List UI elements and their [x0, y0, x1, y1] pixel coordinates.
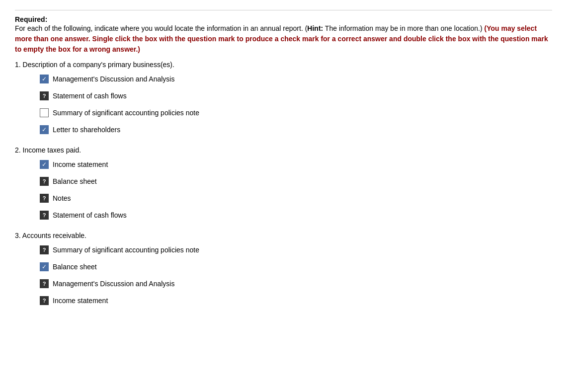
question-1-text: 1. Description of a company's primary bu…: [15, 61, 552, 69]
option-label: Income statement: [53, 160, 108, 168]
checkbox-question[interactable]: ?: [40, 194, 49, 203]
page-container: Required: For each of the following, ind…: [15, 10, 552, 55]
checkbox-question[interactable]: ?: [40, 245, 49, 254]
list-item: ✓Balance sheet: [40, 262, 552, 271]
checkbox-question[interactable]: ?: [40, 91, 49, 100]
checkbox-checked[interactable]: ✓: [40, 125, 49, 134]
questions-container: 1. Description of a company's primary bu…: [15, 61, 552, 305]
question-3: 3. Accounts receivable.?Summary of signi…: [15, 232, 552, 305]
checkbox-question[interactable]: ?: [40, 211, 49, 220]
question-3-text: 3. Accounts receivable.: [15, 232, 552, 239]
option-label: Summary of significant accounting polici…: [53, 109, 199, 117]
option-label: Balance sheet: [53, 263, 97, 271]
list-item: ✓Income statement: [40, 160, 552, 169]
list-item: ?Summary of significant accounting polic…: [40, 245, 552, 254]
checkbox-checked[interactable]: ✓: [40, 160, 49, 169]
checkbox-checked[interactable]: ✓: [40, 262, 49, 271]
option-label: Balance sheet: [53, 177, 97, 185]
question-2: 2. Income taxes paid.✓Income statement?B…: [15, 146, 552, 220]
option-label: Statement of cash flows: [53, 92, 127, 100]
list-item: ?Statement of cash flows: [40, 211, 552, 220]
option-label: Letter to shareholders: [53, 126, 120, 134]
list-item: ?Management's Discussion and Analysis: [40, 279, 552, 288]
checkbox-question[interactable]: ?: [40, 177, 49, 186]
required-label: Required:: [15, 15, 552, 23]
checkbox-question[interactable]: ?: [40, 279, 49, 288]
question-2-text: 2. Income taxes paid.: [15, 146, 552, 154]
list-item: ?Notes: [40, 194, 552, 203]
option-label: Income statement: [53, 297, 108, 305]
list-item: Summary of significant accounting polici…: [40, 108, 552, 117]
question-1-options: ✓Management's Discussion and Analysis?St…: [15, 75, 552, 134]
option-label: Management's Discussion and Analysis: [53, 280, 174, 288]
option-label: Summary of significant accounting polici…: [53, 246, 199, 254]
question-2-options: ✓Income statement?Balance sheet?Notes?St…: [15, 160, 552, 220]
checkbox-empty[interactable]: [40, 108, 49, 117]
checkbox-question[interactable]: ?: [40, 296, 49, 305]
question-3-options: ?Summary of significant accounting polic…: [15, 245, 552, 305]
list-item: ✓Management's Discussion and Analysis: [40, 75, 552, 83]
list-item: ?Balance sheet: [40, 177, 552, 186]
list-item: ✓Letter to shareholders: [40, 125, 552, 134]
list-item: ?Statement of cash flows: [40, 91, 552, 100]
checkbox-checked[interactable]: ✓: [40, 75, 49, 83]
question-1: 1. Description of a company's primary bu…: [15, 61, 552, 134]
list-item: ?Income statement: [40, 296, 552, 305]
option-label: Statement of cash flows: [53, 211, 127, 219]
instructions-text: For each of the following, indicate wher…: [15, 23, 552, 55]
option-label: Management's Discussion and Analysis: [53, 75, 174, 83]
option-label: Notes: [53, 194, 71, 202]
